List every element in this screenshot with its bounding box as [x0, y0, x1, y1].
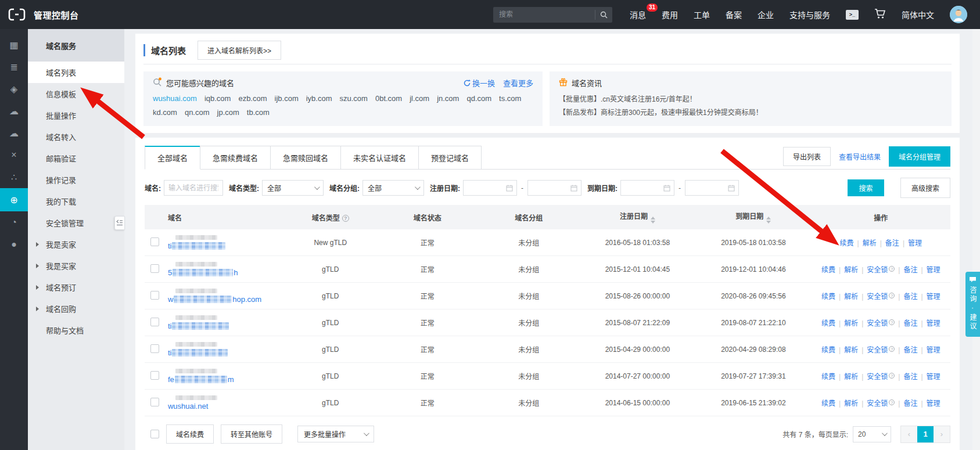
- remark-link[interactable]: 备注: [903, 399, 917, 408]
- news-line[interactable]: 【批量优惠】.cn英文域名注册16元/首年起！: [559, 93, 942, 106]
- renew-link[interactable]: 续费: [821, 399, 835, 408]
- suggested-domain[interactable]: qd.com: [466, 93, 491, 105]
- suggested-domain[interactable]: iqb.com: [204, 93, 231, 105]
- monitor-clock-icon[interactable]: ◔: [0, 211, 28, 233]
- menu-support[interactable]: 支持与服务: [789, 9, 830, 20]
- more-batch-actions-select[interactable]: 更多批量操作: [297, 426, 374, 442]
- select-all-checkbox[interactable]: [150, 430, 159, 438]
- suggested-domain[interactable]: szu.com: [340, 93, 368, 105]
- renew-link[interactable]: 续费: [821, 346, 835, 354]
- suggested-domain[interactable]: ijb.com: [275, 93, 299, 105]
- suggested-domain[interactable]: jl.com: [410, 93, 429, 105]
- view-more-link[interactable]: 查看更多: [503, 77, 533, 88]
- row-checkbox[interactable]: [150, 318, 159, 326]
- search-input[interactable]: [493, 10, 595, 19]
- domain-group-manage-button[interactable]: 域名分组管理: [889, 146, 950, 167]
- sort-toggle[interactable]: [766, 217, 771, 224]
- renew-link[interactable]: 续费: [840, 239, 854, 247]
- sidebar-item-domain-buyback[interactable]: 域名回购: [28, 298, 124, 319]
- tab-preregistered[interactable]: 预登记域名: [418, 146, 482, 169]
- cdn-cloud-icon[interactable]: ☁: [0, 122, 28, 144]
- avatar[interactable]: [950, 6, 967, 23]
- suggested-domain[interactable]: jn.com: [437, 93, 459, 105]
- sidebar-item-domain-list[interactable]: 域名列表: [28, 62, 124, 83]
- current-page-button[interactable]: 1: [917, 426, 934, 442]
- cloudshell-icon[interactable]: >_: [846, 10, 859, 20]
- dns-resolve-link[interactable]: 解析: [844, 319, 858, 327]
- sidebar-item-domain-transfer-in[interactable]: 域名转入: [28, 126, 124, 147]
- domain-link[interactable]: ti: [168, 322, 284, 330]
- row-checkbox[interactable]: [150, 398, 159, 406]
- manage-link[interactable]: 管理: [927, 319, 940, 327]
- tab-not-real-name-verified[interactable]: 未实名认证域名: [340, 146, 419, 169]
- cross-service-icon[interactable]: ×: [0, 144, 28, 166]
- manage-link[interactable]: 管理: [927, 373, 940, 381]
- menu-icp-filing[interactable]: 备案: [726, 9, 742, 20]
- prev-page-button[interactable]: ‹: [901, 426, 917, 442]
- exp-date-end-input[interactable]: [685, 180, 739, 196]
- security-lock-link[interactable]: 安全锁?: [867, 373, 895, 381]
- sidebar-item-email-verify[interactable]: 邮箱验证: [28, 147, 124, 169]
- menu-tickets[interactable]: 工单: [694, 9, 710, 20]
- remark-link[interactable]: 备注: [903, 266, 917, 274]
- tab-renewal-urgent[interactable]: 急需续费域名: [200, 146, 271, 169]
- suggested-domain[interactable]: tb.com: [247, 107, 270, 118]
- renew-link[interactable]: 续费: [821, 373, 835, 381]
- transfer-to-account-button[interactable]: 转至其他账号: [221, 424, 282, 444]
- sidebar-item-buyer[interactable]: 我是买家: [28, 255, 124, 276]
- search-button[interactable]: 搜索: [848, 179, 884, 196]
- page-size-select[interactable]: 20: [853, 426, 891, 442]
- news-line[interactable]: 【新品发布】商标注册300元起，极速申报最快1分钟提交商标局！: [559, 107, 942, 119]
- security-lock-link[interactable]: 安全锁?: [867, 293, 895, 301]
- remark-link[interactable]: 备注: [903, 293, 917, 301]
- menu-messages[interactable]: 消息 31: [630, 9, 646, 20]
- renew-link[interactable]: 续费: [821, 266, 835, 274]
- batch-renew-button[interactable]: 域名续费: [166, 424, 214, 444]
- cloud-storage-icon[interactable]: ☁: [0, 100, 28, 122]
- menu-enterprise[interactable]: 企业: [758, 9, 774, 20]
- row-checkbox[interactable]: [150, 344, 159, 353]
- remark-link[interactable]: 备注: [885, 239, 899, 247]
- manage-link[interactable]: 管理: [927, 399, 940, 408]
- sort-toggle[interactable]: [651, 217, 655, 224]
- sidebar-item-operation-log[interactable]: 操作记录: [28, 169, 124, 190]
- global-search[interactable]: [493, 7, 612, 23]
- brand-logo[interactable]: 管理控制台: [8, 8, 79, 21]
- security-lock-link[interactable]: 安全锁?: [867, 319, 895, 327]
- suggested-domain-highlight[interactable]: wushuai.com: [153, 93, 197, 105]
- language-switcher[interactable]: 简体中文: [902, 9, 934, 20]
- security-lock-link[interactable]: 安全锁?: [867, 266, 895, 274]
- remark-link[interactable]: 备注: [903, 346, 917, 354]
- suggested-domain[interactable]: iyb.com: [306, 93, 332, 105]
- feedback-widget[interactable]: 咨询·建议: [965, 272, 980, 337]
- sidebar-item-help-docs[interactable]: 帮助与文档: [28, 319, 124, 341]
- dns-resolve-link[interactable]: 解析: [844, 399, 858, 408]
- renew-link[interactable]: 续费: [821, 293, 835, 301]
- ecs-server-icon[interactable]: ≣: [0, 56, 28, 78]
- suggested-domain[interactable]: kd.com: [153, 107, 177, 118]
- dns-resolve-link[interactable]: 解析: [844, 266, 858, 274]
- manage-link[interactable]: 管理: [927, 266, 940, 274]
- security-lock-link[interactable]: 安全锁?: [867, 346, 895, 354]
- security-shield-icon[interactable]: ◈: [0, 78, 28, 100]
- page-scrollbar[interactable]: [972, 29, 980, 450]
- sidebar-item-security-lock[interactable]: 安全锁管理: [28, 212, 124, 233]
- cart-icon[interactable]: [874, 8, 886, 21]
- reg-date-end-input[interactable]: [527, 180, 581, 196]
- suggested-domain[interactable]: qn.com: [185, 107, 210, 118]
- domain-link[interactable]: 5h: [168, 268, 284, 277]
- sidebar-item-info-template[interactable]: 信息模板: [28, 83, 124, 105]
- sidebar-item-batch-ops[interactable]: 批量操作: [28, 105, 124, 126]
- tab-all-domains[interactable]: 全部域名: [145, 146, 200, 170]
- search-icon[interactable]: [595, 10, 612, 20]
- domain-link[interactable]: whop.com: [168, 295, 284, 304]
- next-page-button[interactable]: ›: [934, 426, 950, 442]
- suggested-domain[interactable]: jp.com: [217, 107, 239, 118]
- suggested-domain[interactable]: ts.com: [499, 93, 521, 105]
- row-checkbox[interactable]: [150, 291, 159, 300]
- row-checkbox[interactable]: [150, 264, 159, 273]
- refresh-domains-link[interactable]: 换一换: [464, 77, 495, 88]
- suggested-domain[interactable]: ezb.com: [238, 93, 267, 105]
- remark-link[interactable]: 备注: [903, 319, 917, 327]
- row-checkbox[interactable]: [150, 237, 159, 246]
